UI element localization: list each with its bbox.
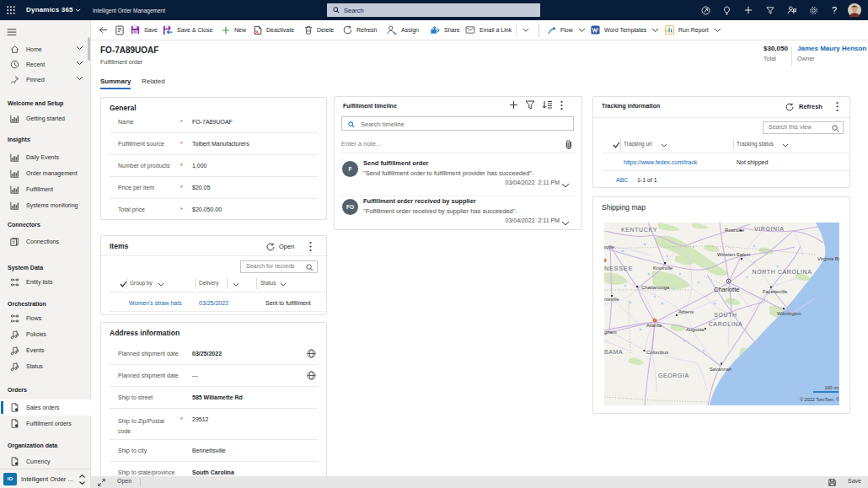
svg-text:NORTH CAROLINA: NORTH CAROLINA <box>753 269 812 275</box>
svg-text:Columbus: Columbus <box>646 350 668 355</box>
svg-text:Wilmington: Wilmington <box>777 311 801 316</box>
svg-text:Atlanta: Atlanta <box>646 323 662 328</box>
svg-text:NESSEE: NESSEE <box>604 265 633 272</box>
svg-text:Winston-Salem: Winston-Salem <box>717 252 750 257</box>
svg-text:rville: rville <box>604 244 614 249</box>
svg-text:?: ? <box>832 5 837 15</box>
svg-text:© 2022 TomTom, © 2: © 2022 TomTom, © 2 <box>800 397 839 402</box>
svg-text:VIRGINIA: VIRGINIA <box>754 226 785 232</box>
svg-text:Athens: Athens <box>678 309 694 314</box>
svg-text:ntsville: ntsville <box>604 297 619 302</box>
svg-text:GEORGIA: GEORGIA <box>658 373 689 378</box>
svg-text:KENTUCKY: KENTUCKY <box>621 227 657 233</box>
svg-text:Charlotte: Charlotte <box>714 286 739 293</box>
svg-text:Savannah: Savannah <box>710 367 731 372</box>
svg-text:CAROLINA: CAROLINA <box>709 321 743 327</box>
svg-text:Augusta: Augusta <box>686 327 705 332</box>
svg-text:Chattanooga: Chattanooga <box>641 285 670 290</box>
svg-text:Virginia Be: Virginia Be <box>817 256 839 261</box>
svg-text:100 mi: 100 mi <box>824 385 839 390</box>
svg-text:Fayetteville: Fayetteville <box>763 289 787 294</box>
svg-text:gham: gham <box>604 330 617 335</box>
svg-text:Roanoke: Roanoke <box>725 228 744 233</box>
svg-text:BAMA: BAMA <box>604 349 623 355</box>
svg-text:Knoxville: Knoxville <box>653 265 672 271</box>
svg-text:SOUTH: SOUTH <box>714 312 737 318</box>
